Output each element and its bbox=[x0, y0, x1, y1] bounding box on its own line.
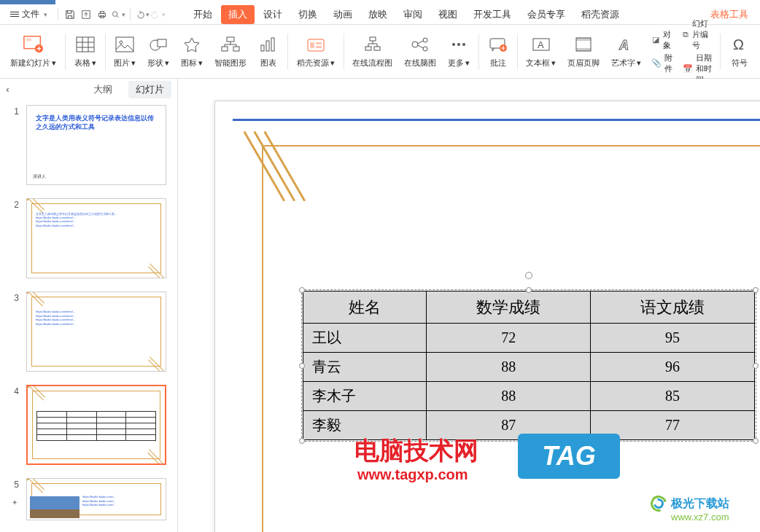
flowchart-button[interactable]: 在线流程图 bbox=[346, 26, 398, 77]
table-button[interactable]: 表格▾ bbox=[69, 26, 102, 77]
table-row[interactable]: 王以7295 bbox=[303, 324, 755, 353]
icons-icon bbox=[182, 34, 202, 55]
tab-daoker[interactable]: 稻壳资源 bbox=[574, 5, 627, 24]
svg-point-29 bbox=[452, 43, 455, 46]
resize-handle[interactable] bbox=[753, 363, 759, 369]
wordart-button[interactable]: A 艺术字▾ bbox=[605, 26, 647, 77]
resize-handle[interactable] bbox=[299, 287, 305, 293]
shapes-icon bbox=[148, 34, 168, 55]
watermark-site2: 极光下载站 bbox=[649, 494, 729, 513]
table-header[interactable]: 数学成绩 bbox=[427, 292, 591, 324]
print-icon[interactable] bbox=[95, 7, 109, 22]
picture-button[interactable]: 图片▾ bbox=[108, 26, 141, 77]
header-footer-label: 页眉页脚 bbox=[567, 58, 600, 69]
redo-icon[interactable]: ▾ bbox=[151, 7, 166, 22]
object-label: 对象 bbox=[663, 29, 675, 51]
slide-thumb-1[interactable]: 1 文字是人类用表义符号记录表达信息以传之久远的方式和工具 演讲人 bbox=[10, 105, 170, 185]
resize-handle[interactable] bbox=[753, 438, 759, 444]
insert-extras2: ⧉幻灯片编号 📅日期和时间 bbox=[678, 15, 717, 88]
slide-number: 3 bbox=[10, 292, 19, 303]
smartart-icon bbox=[220, 34, 241, 55]
tab-review[interactable]: 审阅 bbox=[396, 5, 430, 24]
svg-rect-23 bbox=[370, 37, 376, 41]
svg-point-28 bbox=[423, 47, 427, 51]
shapes-button[interactable]: 形状▾ bbox=[141, 26, 175, 77]
attach-button[interactable]: 📎附件 bbox=[651, 52, 674, 74]
svg-rect-17 bbox=[266, 41, 269, 51]
flowchart-label: 在线流程图 bbox=[352, 58, 392, 69]
chart-label: 图表 bbox=[260, 58, 276, 69]
icons-button[interactable]: 图标▾ bbox=[175, 26, 209, 77]
slide-thumb-5[interactable]: 5 https://baike.baidu.com/...https://bai… bbox=[10, 478, 170, 520]
tab-view[interactable]: 视图 bbox=[431, 5, 465, 24]
tab-animation[interactable]: 动画 bbox=[326, 5, 360, 24]
more-button[interactable]: 更多▾ bbox=[442, 26, 476, 77]
tab-slideshow[interactable]: 放映 bbox=[361, 5, 395, 24]
comment-icon bbox=[488, 34, 508, 55]
collapse-icon[interactable]: ‹‹ bbox=[6, 85, 7, 95]
rotate-handle[interactable] bbox=[525, 272, 532, 279]
slidenum-button[interactable]: ⧉幻灯片编号 bbox=[683, 18, 713, 51]
svg-point-4 bbox=[112, 11, 117, 16]
tab-member[interactable]: 会员专享 bbox=[520, 5, 573, 24]
object-icon: ◪ bbox=[651, 34, 659, 46]
watermark-site2-name: 极光下载站 bbox=[671, 496, 729, 512]
new-slide-label: 新建幻灯片 bbox=[10, 58, 50, 69]
comment-button[interactable]: 批注 bbox=[482, 26, 514, 77]
smartart-button[interactable]: 智能图形 bbox=[209, 26, 252, 77]
file-label: 文件 bbox=[22, 8, 39, 20]
preview-icon[interactable]: ▾ bbox=[111, 7, 125, 22]
separator bbox=[720, 34, 721, 70]
undo-icon[interactable]: ▾ bbox=[135, 7, 150, 22]
export-icon[interactable] bbox=[79, 7, 93, 22]
chart-icon bbox=[258, 34, 279, 55]
textbox-button[interactable]: A 文本框▾ bbox=[520, 26, 562, 77]
resize-handle[interactable] bbox=[299, 363, 305, 369]
svg-rect-22 bbox=[316, 46, 322, 48]
new-slide-button[interactable]: 新建幻灯片▾ bbox=[4, 26, 62, 77]
tab-design[interactable]: 设计 bbox=[256, 5, 290, 24]
table-header[interactable]: 姓名 bbox=[303, 292, 427, 324]
tab-start[interactable]: 开始 bbox=[186, 5, 220, 24]
separator bbox=[517, 34, 518, 70]
table-row[interactable]: 青云8896 bbox=[303, 353, 755, 382]
new-slide-icon bbox=[23, 34, 44, 55]
daoker-button[interactable]: 稻壳资源▾ bbox=[291, 26, 341, 77]
slide-thumb-4[interactable]: 4 bbox=[10, 385, 170, 465]
slides-tab[interactable]: 幻灯片 bbox=[128, 81, 171, 98]
mindmap-button[interactable]: 在线脑图 bbox=[398, 26, 442, 77]
save-icon[interactable] bbox=[63, 7, 77, 22]
table-row[interactable]: 李木子8885 bbox=[303, 382, 755, 411]
slide-thumb-2[interactable]: 2 文字是人类用表义符号记录表达信息以传之久远的方式和工具...https://… bbox=[10, 198, 170, 278]
svg-rect-13 bbox=[227, 37, 234, 42]
object-button[interactable]: ◪对象 bbox=[651, 29, 674, 51]
symbol-button[interactable]: Ω 符号 bbox=[724, 26, 756, 77]
slide-thumb-3[interactable]: 3 https://baike.baidu.com/item/...https:… bbox=[10, 292, 170, 372]
tab-devtools[interactable]: 开发工具 bbox=[466, 5, 519, 24]
more-label: 更多 bbox=[448, 58, 464, 69]
data-table[interactable]: 姓名 数学成绩 语文成绩 王以7295 青云8896 李木子8885 李毅877… bbox=[303, 291, 755, 440]
watermark-site2-url: www.xz7.com bbox=[671, 512, 729, 523]
header-footer-button[interactable]: 页眉页脚 bbox=[562, 26, 605, 77]
table-header[interactable]: 语文成绩 bbox=[591, 292, 755, 324]
svg-rect-8 bbox=[77, 37, 94, 52]
wordart-icon: A bbox=[616, 34, 637, 55]
chart-button[interactable]: 图表 bbox=[252, 26, 284, 77]
svg-rect-9 bbox=[116, 37, 133, 52]
thumb1-presenter: 演讲人 bbox=[33, 173, 46, 180]
svg-rect-14 bbox=[222, 47, 228, 51]
slidenum-label: 幻灯片编号 bbox=[692, 18, 713, 51]
smartart-label: 智能图形 bbox=[214, 58, 247, 69]
resize-handle[interactable] bbox=[299, 438, 305, 444]
file-menu[interactable]: 文件 ▾ bbox=[4, 7, 53, 22]
tab-transition[interactable]: 切换 bbox=[291, 5, 325, 24]
tab-insert[interactable]: 插入 bbox=[221, 5, 255, 24]
textbox-label: 文本框 bbox=[526, 58, 550, 69]
resize-handle[interactable] bbox=[526, 287, 532, 293]
daoker-icon bbox=[306, 34, 326, 55]
resize-handle[interactable] bbox=[753, 287, 759, 293]
outline-tab[interactable]: 大纲 bbox=[86, 81, 120, 98]
shapes-label: 形状 bbox=[147, 58, 163, 69]
separator bbox=[478, 34, 479, 70]
data-table-selected[interactable]: 姓名 数学成绩 语文成绩 王以7295 青云8896 李木子8885 李毅877… bbox=[303, 291, 755, 440]
